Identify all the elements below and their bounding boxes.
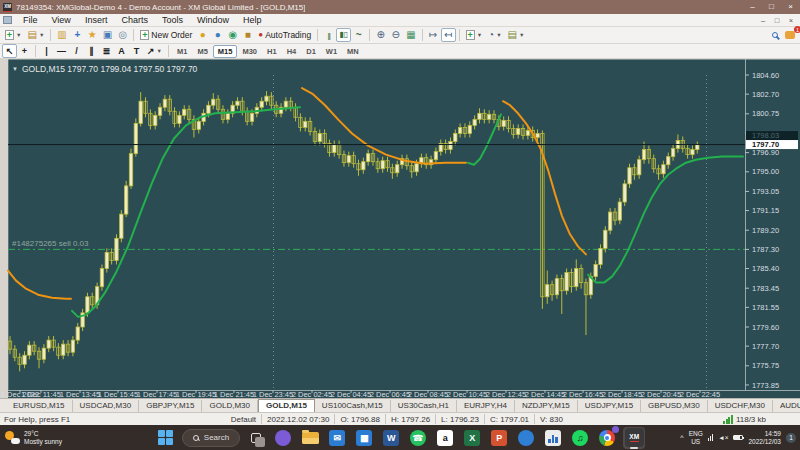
powerpoint-app-icon[interactable]: P xyxy=(488,427,510,449)
close-button[interactable]: × xyxy=(781,0,800,14)
task-manager-app-icon[interactable] xyxy=(542,427,564,449)
crosshair-button[interactable]: + xyxy=(17,44,32,58)
timeframe-w1-button[interactable]: W1 xyxy=(321,45,342,58)
deposit-icon[interactable]: ● xyxy=(195,28,210,42)
chart-tab-usdjpy-m15[interactable]: USDJPY,M15 xyxy=(578,400,641,412)
timeframe-d1-button[interactable]: D1 xyxy=(301,45,321,58)
menu-tools[interactable]: Tools xyxy=(155,15,190,25)
autotrading-button[interactable]: ●AutoTrading xyxy=(255,28,314,42)
tile-windows-button[interactable]: ▦ xyxy=(403,28,418,42)
notification-badge[interactable]: 1 xyxy=(786,433,796,443)
chart-window-icon[interactable] xyxy=(3,16,12,24)
new-order-button[interactable]: +New Order xyxy=(137,28,195,42)
arrows-button[interactable]: ↗▼ xyxy=(144,44,165,58)
spotify-icon[interactable]: ♫ xyxy=(569,427,591,449)
file-explorer-icon[interactable] xyxy=(299,427,321,449)
auto-scroll-button[interactable]: ↦ xyxy=(426,28,441,42)
minimize-button[interactable]: – xyxy=(743,0,762,14)
whatsapp-icon[interactable]: ☎ xyxy=(407,427,429,449)
store-app-icon[interactable]: ▦ xyxy=(353,427,375,449)
weather-widget[interactable]: 29°C Mostly sunny xyxy=(5,430,62,446)
chart-tab-nzdjpy-m15[interactable]: NZDJPY,M15 xyxy=(515,400,578,412)
chart-tab-us100cash-m15[interactable]: US100Cash,M15 xyxy=(315,400,391,412)
menu-view[interactable]: View xyxy=(45,15,78,25)
zoom-in-button[interactable]: ⊕ xyxy=(373,28,388,42)
child-close-button[interactable]: × xyxy=(784,16,798,25)
chrome-icon[interactable] xyxy=(596,427,618,449)
search-icon[interactable] xyxy=(767,28,782,42)
language-indicator[interactable]: ENG US xyxy=(689,430,703,446)
profiles-button[interactable]: ▤▼ xyxy=(24,28,47,42)
notifications-icon[interactable]: 1 xyxy=(782,28,798,42)
community-icon[interactable]: ● xyxy=(210,28,225,42)
text-button[interactable]: A xyxy=(114,44,129,58)
excel-app-icon[interactable]: X xyxy=(461,427,483,449)
templates-button[interactable]: ▤▼ xyxy=(505,28,528,42)
strategy-tester-button[interactable]: ◎ xyxy=(115,28,130,42)
timeframe-m15-button[interactable]: M15 xyxy=(213,45,238,58)
chart-tab-us30cash-h1[interactable]: US30Cash,H1 xyxy=(391,400,457,412)
word-app-icon[interactable]: W xyxy=(380,427,402,449)
metatrader-xm-icon[interactable]: XM xyxy=(623,427,645,449)
text-label-button[interactable]: T xyxy=(129,44,144,58)
profile-name[interactable]: Default xyxy=(231,415,256,424)
market-watch-button[interactable]: ▥ xyxy=(54,28,69,42)
fibonacci-button[interactable]: ≣ xyxy=(99,44,114,58)
tray-overflow-chevron[interactable]: ^ xyxy=(680,434,683,441)
bar-high: H: 1797.26 xyxy=(391,415,430,424)
zoom-out-button[interactable]: ⊖ xyxy=(388,28,403,42)
start-button[interactable] xyxy=(155,427,177,449)
menu-insert[interactable]: Insert xyxy=(78,15,115,25)
amazon-app-icon[interactable]: a xyxy=(434,427,456,449)
channel-button[interactable]: ∥ xyxy=(84,44,99,58)
search-input[interactable]: Search xyxy=(182,427,240,449)
chart-tab-audusd-m30[interactable]: AUDUSD,M30 xyxy=(773,400,800,412)
menu-window[interactable]: Window xyxy=(190,15,236,25)
chart-tab-eurjpy-h4[interactable]: EURJPY,H4 xyxy=(457,400,515,412)
maximize-button[interactable]: □ xyxy=(762,0,781,14)
chart-line-button[interactable]: ~ xyxy=(351,28,366,42)
navigator-button[interactable]: ★ xyxy=(85,28,100,42)
mail-app-icon[interactable]: ✉ xyxy=(326,427,348,449)
chart-tab-usdcad-m30[interactable]: USDCAD,M30 xyxy=(73,400,140,412)
chart-tab-usdchf-m30[interactable]: USDCHF,M30 xyxy=(708,400,773,412)
clock[interactable]: 14:59 2022/12/03 xyxy=(748,430,781,446)
timeframe-m5-button[interactable]: M5 xyxy=(192,45,212,58)
chart-bars-button[interactable]: ||| xyxy=(321,28,336,42)
task-view-button[interactable] xyxy=(245,427,267,449)
menu-help[interactable]: Help xyxy=(236,15,269,25)
market-icon[interactable]: ■ xyxy=(240,28,255,42)
horizontal-line-button[interactable]: — xyxy=(54,44,69,58)
new-chart-button[interactable]: +▼ xyxy=(2,28,24,42)
battery-icon[interactable] xyxy=(733,435,743,440)
blue-app-icon[interactable] xyxy=(515,427,537,449)
network-icon[interactable] xyxy=(708,434,714,441)
child-minimize-button[interactable]: – xyxy=(756,16,770,25)
web-icon[interactable]: ◉ xyxy=(225,28,240,42)
timeframe-h1-button[interactable]: H1 xyxy=(262,45,282,58)
timeframe-h4-button[interactable]: H4 xyxy=(282,45,302,58)
trendline-button[interactable]: / xyxy=(69,44,84,58)
menu-charts[interactable]: Charts xyxy=(114,15,155,25)
chart-candles-button[interactable]: ▮▯ xyxy=(336,28,351,42)
data-window-button[interactable]: + xyxy=(70,28,85,42)
timeframe-m1-button[interactable]: M1 xyxy=(172,45,192,58)
chart-tab-gold-m15[interactable]: GOLD,M15 xyxy=(258,399,315,412)
indicators-button[interactable]: +▼ xyxy=(463,28,485,42)
menu-file[interactable]: File xyxy=(16,15,45,25)
chart-tab-eurusd-m15[interactable]: EURUSD,M15 xyxy=(6,400,73,412)
chart-tab-gbpusd-m30[interactable]: GBPUSD,M30 xyxy=(641,400,708,412)
chart-shift-button[interactable]: ↤ xyxy=(441,28,456,42)
terminal-button[interactable]: ▣ xyxy=(100,28,115,42)
chart-tab-gold-m30[interactable]: GOLD,M30 xyxy=(202,400,257,412)
chart-tab-gbpjpy-m15[interactable]: GBPJPY,M15 xyxy=(139,400,202,412)
timeframe-mn-button[interactable]: MN xyxy=(342,45,364,58)
loop-app-icon[interactable] xyxy=(272,427,294,449)
cursor-button[interactable]: ↖ xyxy=(2,44,17,58)
volume-muted-icon[interactable]: ◄× xyxy=(718,434,728,441)
periods-button[interactable]: ◔▼ xyxy=(485,28,505,42)
price-chart[interactable]: #148275265 sell 0.03▼GOLD,M15 1797.70 17… xyxy=(0,59,800,398)
child-restore-button[interactable]: □ xyxy=(770,16,784,25)
vertical-line-button[interactable]: | xyxy=(39,44,54,58)
timeframe-m30-button[interactable]: M30 xyxy=(237,45,262,58)
